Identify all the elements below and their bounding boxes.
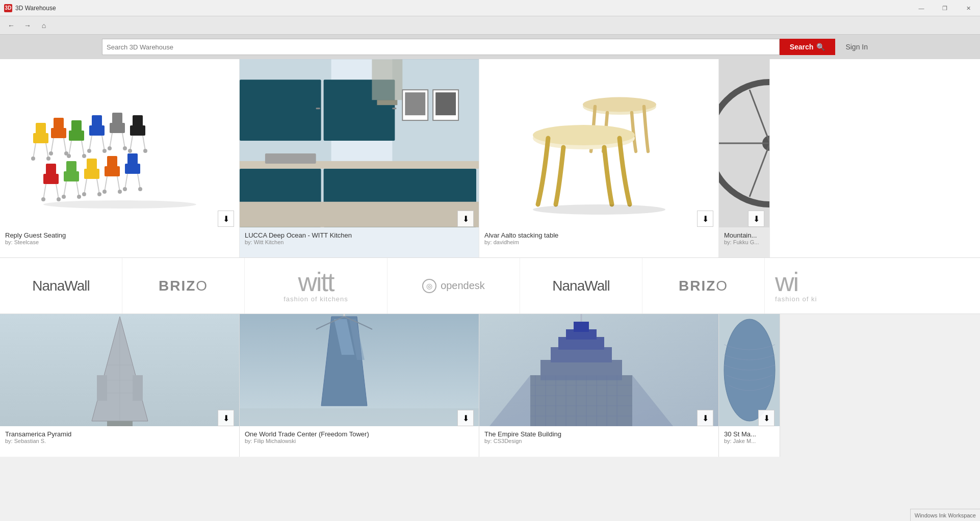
svg-rect-43 bbox=[66, 161, 76, 174]
back-button[interactable]: ← bbox=[4, 18, 18, 33]
brand-brizo-2: BRIZO bbox=[642, 258, 765, 314]
card-image-transamerica bbox=[0, 314, 239, 426]
minimize-button[interactable]: — bbox=[910, 0, 933, 16]
product-card-kitchen: LUCCA Deep Ocean - WITT Kitchen by: Witt… bbox=[240, 59, 479, 257]
brand-brizo-1: BRIZO bbox=[122, 258, 245, 314]
download-button-empire[interactable]: ⬇ bbox=[697, 410, 713, 426]
card-title-seating: Reply Guest Seating bbox=[5, 231, 234, 239]
card-author-seating: by: Steelcase bbox=[5, 239, 234, 245]
svg-rect-83 bbox=[435, 92, 456, 115]
svg-line-9 bbox=[64, 138, 66, 153]
card-title-partial: Mountain... bbox=[724, 231, 764, 239]
product-card-partial: Mountain... by: Fukku G... ⬇ bbox=[719, 59, 770, 257]
card-author-partial: by: Fukku G... bbox=[724, 239, 764, 245]
sign-in-link[interactable]: Sign In bbox=[835, 43, 878, 51]
app-icon: 3D bbox=[4, 4, 12, 12]
search-input-wrap bbox=[102, 39, 780, 55]
svg-line-50 bbox=[84, 179, 87, 194]
transamerica-svg bbox=[0, 314, 239, 426]
svg-rect-76 bbox=[372, 59, 402, 100]
card-title-wtc: One World Trade Center (Freedom Tower) bbox=[245, 430, 474, 438]
svg-line-21 bbox=[102, 136, 105, 151]
app-title: 3D Warehouse bbox=[15, 5, 56, 12]
svg-rect-1 bbox=[36, 123, 46, 136]
svg-point-4 bbox=[31, 157, 35, 161]
brand-witt-1: witt fashion of kitchens bbox=[245, 258, 388, 314]
svg-point-28 bbox=[108, 146, 112, 150]
card-author-table: by: davidheim bbox=[484, 239, 713, 245]
svg-line-3 bbox=[46, 143, 48, 159]
window-controls: — ❐ ✕ bbox=[910, 0, 980, 16]
card-info-transamerica: Transamerica Pyramid by: Sebastian S. bbox=[0, 426, 239, 457]
svg-rect-78 bbox=[265, 153, 316, 164]
close-button[interactable]: ✕ bbox=[957, 0, 980, 16]
svg-rect-69 bbox=[240, 80, 321, 141]
card-info-kitchen: LUCCA Deep Ocean - WITT Kitchen by: Witt… bbox=[240, 227, 479, 257]
card-info-wtc: One World Trade Center (Freedom Tower) b… bbox=[240, 426, 479, 457]
svg-rect-115 bbox=[240, 408, 479, 426]
30st-svg bbox=[719, 314, 780, 426]
download-button-partial[interactable]: ⬇ bbox=[748, 211, 764, 227]
witt-logo-1: witt fashion of kitchens bbox=[283, 269, 348, 303]
search-bar: Search 🔍 Sign In bbox=[0, 35, 980, 59]
download-button-table[interactable]: ⬇ bbox=[697, 211, 713, 227]
svg-point-59 bbox=[118, 190, 122, 194]
svg-point-47 bbox=[77, 195, 81, 199]
svg-rect-77 bbox=[377, 100, 397, 105]
svg-point-35 bbox=[143, 149, 147, 153]
svg-rect-61 bbox=[127, 153, 138, 166]
svg-line-45 bbox=[76, 181, 79, 197]
brand-nanawall-2: NanaWall bbox=[520, 258, 642, 314]
svg-line-63 bbox=[138, 174, 140, 189]
search-input[interactable] bbox=[107, 43, 775, 51]
card-title-30st: 30 St Ma... bbox=[724, 430, 775, 438]
svg-line-57 bbox=[117, 176, 120, 192]
forward-button[interactable]: → bbox=[20, 18, 35, 33]
nanawall-logo-1: NanaWall bbox=[32, 278, 89, 294]
svg-point-66 bbox=[43, 200, 196, 209]
svg-line-20 bbox=[89, 136, 92, 151]
svg-line-27 bbox=[122, 133, 125, 148]
svg-line-15 bbox=[82, 141, 84, 156]
svg-rect-55 bbox=[107, 156, 117, 169]
card-author-wtc: by: Filip Michalowski bbox=[245, 438, 474, 444]
card-author-transamerica: by: Sebastian S. bbox=[5, 438, 234, 444]
svg-point-53 bbox=[97, 192, 101, 196]
search-button-label: Search bbox=[790, 43, 814, 51]
bottom-buildings-row: Transamerica Pyramid by: Sebastian S. ⬇ bbox=[0, 314, 980, 457]
svg-rect-122 bbox=[574, 322, 589, 332]
svg-point-22 bbox=[87, 149, 91, 153]
svg-point-65 bbox=[138, 187, 142, 191]
svg-point-41 bbox=[57, 197, 61, 201]
svg-line-39 bbox=[56, 184, 59, 199]
search-icon: 🔍 bbox=[816, 43, 825, 51]
brizo-logo-1: BRIZO bbox=[159, 278, 208, 294]
svg-point-23 bbox=[102, 149, 107, 153]
partial-illustration bbox=[719, 59, 770, 227]
svg-point-34 bbox=[128, 149, 132, 153]
svg-line-38 bbox=[43, 184, 46, 199]
download-button-kitchen[interactable]: ⬇ bbox=[457, 211, 474, 227]
building-card-transamerica: Transamerica Pyramid by: Sebastian S. ⬇ bbox=[0, 314, 240, 457]
maximize-button[interactable]: ❐ bbox=[933, 0, 957, 16]
svg-point-64 bbox=[123, 187, 127, 191]
svg-line-44 bbox=[64, 181, 66, 197]
download-button-30st[interactable]: ⬇ bbox=[758, 410, 775, 426]
download-button-wtc[interactable]: ⬇ bbox=[457, 410, 474, 426]
building-card-30st: 30 St Ma... by: Jake M... ⬇ bbox=[719, 314, 780, 457]
svg-point-10 bbox=[49, 151, 53, 155]
svg-rect-72 bbox=[392, 108, 396, 109]
card-author-kitchen: by: Witt Kitchen bbox=[245, 239, 474, 245]
empire-svg bbox=[479, 314, 718, 426]
download-button-transamerica[interactable]: ⬇ bbox=[218, 410, 234, 426]
download-button-seating[interactable]: ⬇ bbox=[218, 211, 234, 227]
svg-line-62 bbox=[125, 174, 127, 189]
kitchen-illustration bbox=[240, 59, 479, 227]
svg-rect-71 bbox=[316, 108, 320, 109]
svg-rect-31 bbox=[133, 115, 143, 128]
svg-rect-37 bbox=[46, 164, 56, 176]
home-button[interactable]: ⌂ bbox=[37, 18, 51, 33]
search-button[interactable]: Search 🔍 bbox=[780, 39, 836, 55]
card-author-empire: by: CS3Design bbox=[484, 438, 713, 444]
svg-point-40 bbox=[41, 197, 45, 201]
